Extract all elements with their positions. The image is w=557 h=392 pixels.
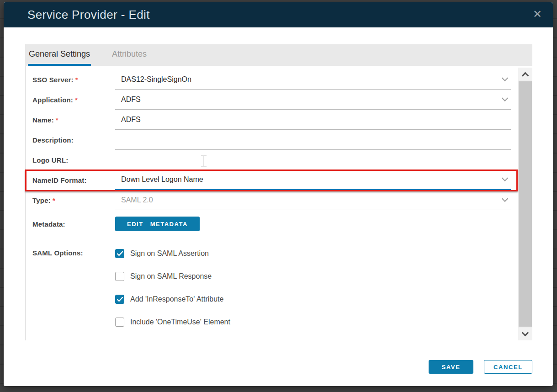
- saml-options-label: SAML Options:: [32, 247, 115, 257]
- input-4[interactable]: [115, 150, 511, 170]
- field-value: ADFS: [115, 116, 141, 124]
- checkbox-unchecked[interactable]: [115, 318, 124, 327]
- field-value: SAML 2.0: [115, 196, 153, 204]
- form-row-logo-url: Logo URL:: [26, 150, 518, 170]
- form-row-type: Type:*SAML 2.0: [26, 190, 518, 210]
- scrollbar-track[interactable]: [518, 80, 532, 328]
- save-button[interactable]: SAVE: [429, 360, 473, 374]
- dialog-footer: SAVE CANCEL: [429, 360, 532, 374]
- chevron-down-icon: [502, 74, 508, 81]
- form-row-sso-server: SSO Server:*DAS12-SingleSignOn: [26, 69, 518, 90]
- input-3[interactable]: [115, 130, 511, 150]
- field-label-text: Name:: [32, 116, 54, 124]
- chevron-up-icon: [522, 72, 529, 79]
- close-icon[interactable]: ✕: [533, 8, 542, 21]
- chevron-down-icon: [502, 195, 508, 201]
- checkbox-unchecked[interactable]: [115, 272, 124, 281]
- dropdown-0[interactable]: DAS12-SingleSignOn: [115, 69, 511, 90]
- required-asterisk: *: [75, 76, 78, 84]
- field-label: Application:*: [32, 96, 115, 104]
- tab-attributes[interactable]: Attributes: [111, 44, 148, 66]
- field-label-text: Description:: [32, 136, 74, 144]
- checkbox-checked[interactable]: [115, 249, 124, 258]
- saml-options-list: Sign on SAML AssertionSign on SAML Respo…: [115, 247, 330, 340]
- form-row-nameid-format: NameID Format:Down Level Logon Name: [26, 170, 518, 190]
- saml-options-row: SAML Options: Sign on SAML AssertionSign…: [26, 247, 518, 340]
- form-row-description: Description:: [26, 130, 518, 150]
- dropdown-1[interactable]: ADFS: [115, 90, 511, 110]
- field-label-text: Application:: [32, 96, 73, 104]
- scroll-down-button[interactable]: [518, 328, 532, 340]
- tab-general-settings[interactable]: General Settings: [28, 44, 91, 66]
- saml-option-item[interactable]: Allow Using Assertion Consumer Service f…: [115, 338, 330, 340]
- field-label: Logo URL:: [32, 156, 115, 164]
- input-2[interactable]: ADFS: [115, 110, 511, 130]
- saml-option-item[interactable]: Include 'OneTimeUse' Element: [115, 315, 330, 329]
- saml-option-label: Sign on SAML Assertion: [130, 249, 209, 258]
- check-icon: [117, 251, 123, 256]
- chevron-down-icon: [522, 329, 529, 337]
- cancel-button[interactable]: CANCEL: [484, 360, 532, 374]
- field-value: DAS12-SingleSignOn: [115, 75, 191, 84]
- field-label: Type:*: [32, 196, 115, 204]
- field-value: Down Level Logon Name: [115, 175, 203, 184]
- form-row-name: Name:*ADFS: [26, 110, 518, 130]
- saml-option-label: Sign on SAML Response: [130, 272, 212, 281]
- saml-option-item[interactable]: Sign on SAML Assertion: [115, 247, 330, 260]
- required-asterisk: *: [56, 116, 58, 124]
- saml-option-label: Add 'InResponseTo' Attribute: [130, 295, 223, 303]
- settings-panel: General SettingsAttributes SSO Server:*D…: [25, 44, 532, 340]
- field-label-text: Type:: [32, 196, 51, 204]
- saml-option-item[interactable]: Add 'InResponseTo' Attribute: [115, 292, 330, 306]
- field-label: Name:*: [32, 116, 115, 124]
- metadata-row: Metadata: EDIT METADATA: [26, 213, 518, 235]
- chevron-down-icon: [502, 95, 508, 101]
- field-label: Description:: [32, 136, 115, 144]
- field-label-text: SSO Server:: [32, 76, 74, 84]
- scrollbar-thumb[interactable]: [519, 81, 532, 327]
- service-provider-edit-dialog: Service Provider - Edit ✕ General Settin…: [4, 2, 553, 386]
- saml-option-label: Include 'OneTimeUse' Element: [130, 318, 230, 326]
- chevron-down-icon: [502, 175, 508, 181]
- dropdown-5[interactable]: Down Level Logon Name: [115, 170, 511, 190]
- field-label: NameID Format:: [32, 176, 115, 184]
- dropdown-6: SAML 2.0: [115, 190, 511, 210]
- metadata-label: Metadata:: [32, 220, 115, 228]
- scrollbar: [518, 68, 532, 340]
- scroll-up-button[interactable]: [518, 68, 532, 80]
- check-icon: [117, 297, 123, 302]
- saml-option-item[interactable]: Sign on SAML Response: [115, 270, 330, 283]
- dialog-header: Service Provider - Edit ✕: [4, 2, 553, 27]
- field-label: SSO Server:*: [32, 76, 115, 84]
- field-label-text: NameID Format:: [32, 176, 87, 184]
- checkbox-checked[interactable]: [115, 295, 124, 304]
- field-label-text: Logo URL:: [32, 156, 68, 164]
- edit-metadata-button[interactable]: EDIT METADATA: [115, 217, 200, 231]
- form-scroll-area: SSO Server:*DAS12-SingleSignOnApplicatio…: [25, 66, 518, 340]
- form-rows: SSO Server:*DAS12-SingleSignOnApplicatio…: [26, 69, 518, 210]
- required-asterisk: *: [75, 96, 78, 104]
- field-value: ADFS: [115, 95, 141, 104]
- form-row-application: Application:*ADFS: [26, 90, 518, 110]
- tab-bar: General SettingsAttributes: [25, 44, 532, 66]
- dialog-title: Service Provider - Edit: [27, 8, 150, 22]
- required-asterisk: *: [53, 196, 55, 204]
